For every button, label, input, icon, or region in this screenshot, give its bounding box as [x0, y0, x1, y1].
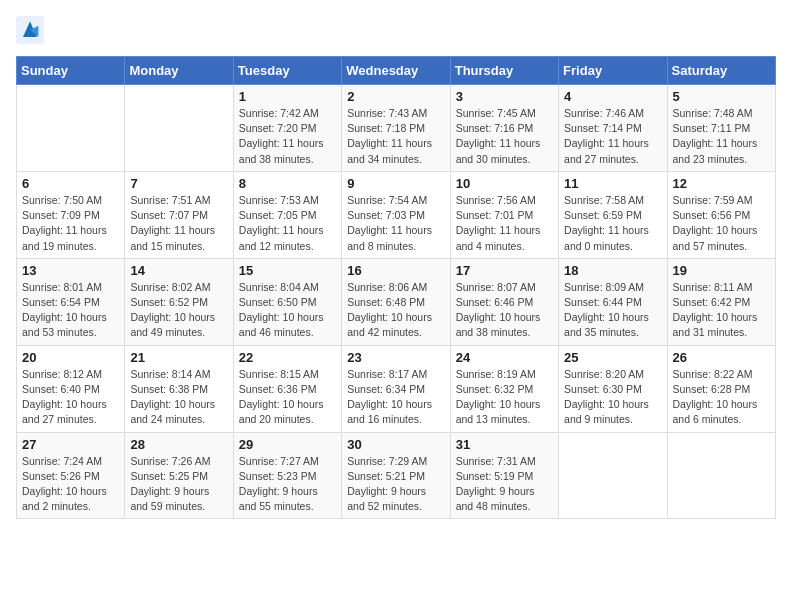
calendar-cell: 24Sunrise: 8:19 AM Sunset: 6:32 PM Dayli… — [450, 345, 558, 432]
day-number: 25 — [564, 350, 661, 365]
calendar-cell: 26Sunrise: 8:22 AM Sunset: 6:28 PM Dayli… — [667, 345, 775, 432]
day-info: Sunrise: 7:46 AM Sunset: 7:14 PM Dayligh… — [564, 106, 661, 167]
calendar-cell: 1Sunrise: 7:42 AM Sunset: 7:20 PM Daylig… — [233, 85, 341, 172]
calendar-cell: 25Sunrise: 8:20 AM Sunset: 6:30 PM Dayli… — [559, 345, 667, 432]
day-header-tuesday: Tuesday — [233, 57, 341, 85]
calendar-week-row: 27Sunrise: 7:24 AM Sunset: 5:26 PM Dayli… — [17, 432, 776, 519]
day-number: 1 — [239, 89, 336, 104]
day-number: 10 — [456, 176, 553, 191]
logo — [16, 16, 48, 44]
calendar-week-row: 6Sunrise: 7:50 AM Sunset: 7:09 PM Daylig… — [17, 171, 776, 258]
day-number: 16 — [347, 263, 444, 278]
day-info: Sunrise: 7:31 AM Sunset: 5:19 PM Dayligh… — [456, 454, 553, 515]
day-number: 24 — [456, 350, 553, 365]
day-number: 22 — [239, 350, 336, 365]
calendar-cell: 28Sunrise: 7:26 AM Sunset: 5:25 PM Dayli… — [125, 432, 233, 519]
day-header-friday: Friday — [559, 57, 667, 85]
day-info: Sunrise: 8:04 AM Sunset: 6:50 PM Dayligh… — [239, 280, 336, 341]
day-info: Sunrise: 8:22 AM Sunset: 6:28 PM Dayligh… — [673, 367, 770, 428]
calendar-cell — [17, 85, 125, 172]
day-number: 11 — [564, 176, 661, 191]
day-number: 6 — [22, 176, 119, 191]
day-number: 3 — [456, 89, 553, 104]
calendar-cell: 20Sunrise: 8:12 AM Sunset: 6:40 PM Dayli… — [17, 345, 125, 432]
day-number: 12 — [673, 176, 770, 191]
calendar-cell: 13Sunrise: 8:01 AM Sunset: 6:54 PM Dayli… — [17, 258, 125, 345]
calendar-cell: 3Sunrise: 7:45 AM Sunset: 7:16 PM Daylig… — [450, 85, 558, 172]
day-info: Sunrise: 7:58 AM Sunset: 6:59 PM Dayligh… — [564, 193, 661, 254]
day-info: Sunrise: 8:02 AM Sunset: 6:52 PM Dayligh… — [130, 280, 227, 341]
day-number: 28 — [130, 437, 227, 452]
calendar-cell: 27Sunrise: 7:24 AM Sunset: 5:26 PM Dayli… — [17, 432, 125, 519]
calendar-cell: 23Sunrise: 8:17 AM Sunset: 6:34 PM Dayli… — [342, 345, 450, 432]
calendar-cell: 10Sunrise: 7:56 AM Sunset: 7:01 PM Dayli… — [450, 171, 558, 258]
day-number: 7 — [130, 176, 227, 191]
day-number: 21 — [130, 350, 227, 365]
day-number: 4 — [564, 89, 661, 104]
day-info: Sunrise: 7:27 AM Sunset: 5:23 PM Dayligh… — [239, 454, 336, 515]
calendar-cell: 30Sunrise: 7:29 AM Sunset: 5:21 PM Dayli… — [342, 432, 450, 519]
calendar-cell: 14Sunrise: 8:02 AM Sunset: 6:52 PM Dayli… — [125, 258, 233, 345]
day-number: 19 — [673, 263, 770, 278]
day-header-wednesday: Wednesday — [342, 57, 450, 85]
day-number: 17 — [456, 263, 553, 278]
calendar-cell: 17Sunrise: 8:07 AM Sunset: 6:46 PM Dayli… — [450, 258, 558, 345]
day-header-saturday: Saturday — [667, 57, 775, 85]
day-info: Sunrise: 8:19 AM Sunset: 6:32 PM Dayligh… — [456, 367, 553, 428]
day-info: Sunrise: 7:26 AM Sunset: 5:25 PM Dayligh… — [130, 454, 227, 515]
calendar-table: SundayMondayTuesdayWednesdayThursdayFrid… — [16, 56, 776, 519]
day-number: 29 — [239, 437, 336, 452]
calendar-cell — [125, 85, 233, 172]
day-number: 27 — [22, 437, 119, 452]
calendar-cell: 4Sunrise: 7:46 AM Sunset: 7:14 PM Daylig… — [559, 85, 667, 172]
day-info: Sunrise: 8:01 AM Sunset: 6:54 PM Dayligh… — [22, 280, 119, 341]
calendar-cell: 29Sunrise: 7:27 AM Sunset: 5:23 PM Dayli… — [233, 432, 341, 519]
calendar-cell: 31Sunrise: 7:31 AM Sunset: 5:19 PM Dayli… — [450, 432, 558, 519]
calendar-cell — [559, 432, 667, 519]
day-info: Sunrise: 7:51 AM Sunset: 7:07 PM Dayligh… — [130, 193, 227, 254]
page-header — [16, 16, 776, 44]
calendar-cell: 16Sunrise: 8:06 AM Sunset: 6:48 PM Dayli… — [342, 258, 450, 345]
day-info: Sunrise: 8:09 AM Sunset: 6:44 PM Dayligh… — [564, 280, 661, 341]
day-number: 2 — [347, 89, 444, 104]
day-info: Sunrise: 8:11 AM Sunset: 6:42 PM Dayligh… — [673, 280, 770, 341]
day-header-monday: Monday — [125, 57, 233, 85]
day-info: Sunrise: 7:59 AM Sunset: 6:56 PM Dayligh… — [673, 193, 770, 254]
day-number: 5 — [673, 89, 770, 104]
day-info: Sunrise: 8:12 AM Sunset: 6:40 PM Dayligh… — [22, 367, 119, 428]
day-number: 9 — [347, 176, 444, 191]
calendar-cell: 18Sunrise: 8:09 AM Sunset: 6:44 PM Dayli… — [559, 258, 667, 345]
day-info: Sunrise: 7:24 AM Sunset: 5:26 PM Dayligh… — [22, 454, 119, 515]
day-number: 20 — [22, 350, 119, 365]
day-number: 13 — [22, 263, 119, 278]
day-info: Sunrise: 7:50 AM Sunset: 7:09 PM Dayligh… — [22, 193, 119, 254]
day-info: Sunrise: 8:17 AM Sunset: 6:34 PM Dayligh… — [347, 367, 444, 428]
day-info: Sunrise: 7:54 AM Sunset: 7:03 PM Dayligh… — [347, 193, 444, 254]
day-number: 26 — [673, 350, 770, 365]
calendar-cell: 21Sunrise: 8:14 AM Sunset: 6:38 PM Dayli… — [125, 345, 233, 432]
day-info: Sunrise: 7:29 AM Sunset: 5:21 PM Dayligh… — [347, 454, 444, 515]
calendar-week-row: 1Sunrise: 7:42 AM Sunset: 7:20 PM Daylig… — [17, 85, 776, 172]
calendar-week-row: 13Sunrise: 8:01 AM Sunset: 6:54 PM Dayli… — [17, 258, 776, 345]
day-info: Sunrise: 8:06 AM Sunset: 6:48 PM Dayligh… — [347, 280, 444, 341]
calendar-cell: 8Sunrise: 7:53 AM Sunset: 7:05 PM Daylig… — [233, 171, 341, 258]
calendar-cell: 7Sunrise: 7:51 AM Sunset: 7:07 PM Daylig… — [125, 171, 233, 258]
day-info: Sunrise: 8:07 AM Sunset: 6:46 PM Dayligh… — [456, 280, 553, 341]
day-number: 8 — [239, 176, 336, 191]
day-header-thursday: Thursday — [450, 57, 558, 85]
calendar-header-row: SundayMondayTuesdayWednesdayThursdayFrid… — [17, 57, 776, 85]
logo-icon — [16, 16, 44, 44]
day-info: Sunrise: 7:56 AM Sunset: 7:01 PM Dayligh… — [456, 193, 553, 254]
day-number: 18 — [564, 263, 661, 278]
day-info: Sunrise: 7:43 AM Sunset: 7:18 PM Dayligh… — [347, 106, 444, 167]
calendar-cell: 6Sunrise: 7:50 AM Sunset: 7:09 PM Daylig… — [17, 171, 125, 258]
day-number: 15 — [239, 263, 336, 278]
calendar-cell: 22Sunrise: 8:15 AM Sunset: 6:36 PM Dayli… — [233, 345, 341, 432]
calendar-cell: 15Sunrise: 8:04 AM Sunset: 6:50 PM Dayli… — [233, 258, 341, 345]
day-number: 31 — [456, 437, 553, 452]
day-number: 23 — [347, 350, 444, 365]
day-info: Sunrise: 7:53 AM Sunset: 7:05 PM Dayligh… — [239, 193, 336, 254]
day-info: Sunrise: 8:20 AM Sunset: 6:30 PM Dayligh… — [564, 367, 661, 428]
day-number: 14 — [130, 263, 227, 278]
day-number: 30 — [347, 437, 444, 452]
